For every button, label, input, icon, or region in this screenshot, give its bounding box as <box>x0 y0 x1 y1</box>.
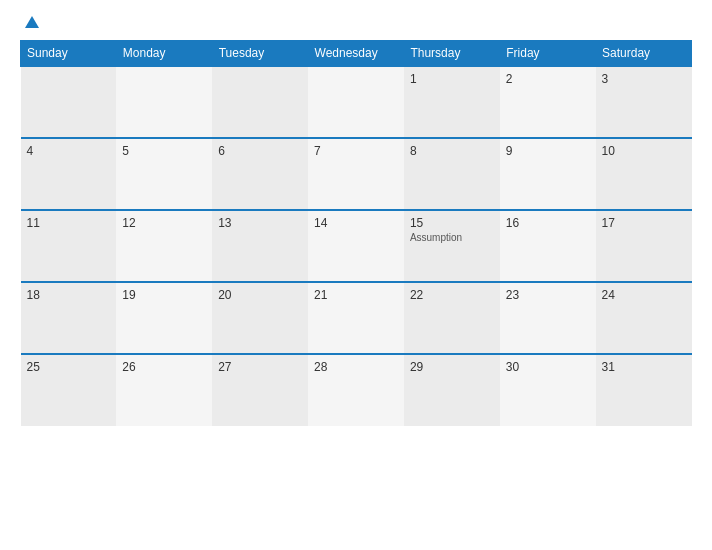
day-of-week-header: Saturday <box>596 41 692 67</box>
day-of-week-header: Sunday <box>21 41 117 67</box>
calendar-cell: 18 <box>21 282 117 354</box>
calendar-cell: 31 <box>596 354 692 426</box>
day-number: 6 <box>218 144 302 158</box>
calendar-cell: 1 <box>404 66 500 138</box>
day-number: 22 <box>410 288 494 302</box>
calendar-cell: 4 <box>21 138 117 210</box>
calendar-cell: 11 <box>21 210 117 282</box>
event-label: Assumption <box>410 232 494 243</box>
day-number: 18 <box>27 288 111 302</box>
calendar-cell: 25 <box>21 354 117 426</box>
header <box>20 16 692 30</box>
calendar-cell: 9 <box>500 138 596 210</box>
calendar-cell: 2 <box>500 66 596 138</box>
day-number: 5 <box>122 144 206 158</box>
day-of-week-header: Tuesday <box>212 41 308 67</box>
day-of-week-header: Monday <box>116 41 212 67</box>
calendar-week-row: 123 <box>21 66 692 138</box>
day-number: 10 <box>602 144 686 158</box>
calendar-cell: 10 <box>596 138 692 210</box>
day-number: 3 <box>602 72 686 86</box>
calendar-cell: 16 <box>500 210 596 282</box>
day-number: 23 <box>506 288 590 302</box>
calendar-cell: 12 <box>116 210 212 282</box>
calendar-cell: 19 <box>116 282 212 354</box>
calendar-cell: 26 <box>116 354 212 426</box>
calendar-cell: 30 <box>500 354 596 426</box>
calendar-cell: 17 <box>596 210 692 282</box>
calendar-cell <box>308 66 404 138</box>
calendar-cell: 13 <box>212 210 308 282</box>
calendar-cell: 28 <box>308 354 404 426</box>
day-number: 7 <box>314 144 398 158</box>
day-number: 8 <box>410 144 494 158</box>
day-number: 30 <box>506 360 590 374</box>
calendar-cell: 20 <box>212 282 308 354</box>
day-number: 25 <box>27 360 111 374</box>
calendar-cell: 3 <box>596 66 692 138</box>
calendar-cell: 21 <box>308 282 404 354</box>
calendar-cell: 29 <box>404 354 500 426</box>
calendar-cell: 15Assumption <box>404 210 500 282</box>
calendar-cell: 27 <box>212 354 308 426</box>
calendar-week-row: 45678910 <box>21 138 692 210</box>
day-of-week-header: Thursday <box>404 41 500 67</box>
calendar-cell <box>21 66 117 138</box>
day-number: 29 <box>410 360 494 374</box>
calendar-week-row: 25262728293031 <box>21 354 692 426</box>
calendar-cell <box>212 66 308 138</box>
logo <box>20 16 39 30</box>
day-number: 2 <box>506 72 590 86</box>
calendar-cell: 22 <box>404 282 500 354</box>
day-number: 4 <box>27 144 111 158</box>
day-number: 9 <box>506 144 590 158</box>
day-number: 27 <box>218 360 302 374</box>
calendar-cell: 6 <box>212 138 308 210</box>
day-number: 16 <box>506 216 590 230</box>
day-number: 12 <box>122 216 206 230</box>
calendar-week-row: 18192021222324 <box>21 282 692 354</box>
calendar-table: SundayMondayTuesdayWednesdayThursdayFrid… <box>20 40 692 426</box>
day-number: 31 <box>602 360 686 374</box>
calendar-cell: 23 <box>500 282 596 354</box>
day-number: 1 <box>410 72 494 86</box>
day-number: 19 <box>122 288 206 302</box>
day-number: 17 <box>602 216 686 230</box>
day-number: 15 <box>410 216 494 230</box>
calendar-cell: 5 <box>116 138 212 210</box>
calendar-cell: 7 <box>308 138 404 210</box>
day-of-week-header: Wednesday <box>308 41 404 67</box>
day-number: 24 <box>602 288 686 302</box>
logo-triangle-icon <box>25 16 39 28</box>
calendar-week-row: 1112131415Assumption1617 <box>21 210 692 282</box>
calendar-cell <box>116 66 212 138</box>
day-number: 11 <box>27 216 111 230</box>
day-number: 28 <box>314 360 398 374</box>
day-number: 20 <box>218 288 302 302</box>
day-number: 26 <box>122 360 206 374</box>
calendar-cell: 14 <box>308 210 404 282</box>
calendar-header-row: SundayMondayTuesdayWednesdayThursdayFrid… <box>21 41 692 67</box>
calendar-cell: 8 <box>404 138 500 210</box>
day-of-week-header: Friday <box>500 41 596 67</box>
day-number: 13 <box>218 216 302 230</box>
day-number: 14 <box>314 216 398 230</box>
page: SundayMondayTuesdayWednesdayThursdayFrid… <box>0 0 712 550</box>
day-number: 21 <box>314 288 398 302</box>
calendar-cell: 24 <box>596 282 692 354</box>
